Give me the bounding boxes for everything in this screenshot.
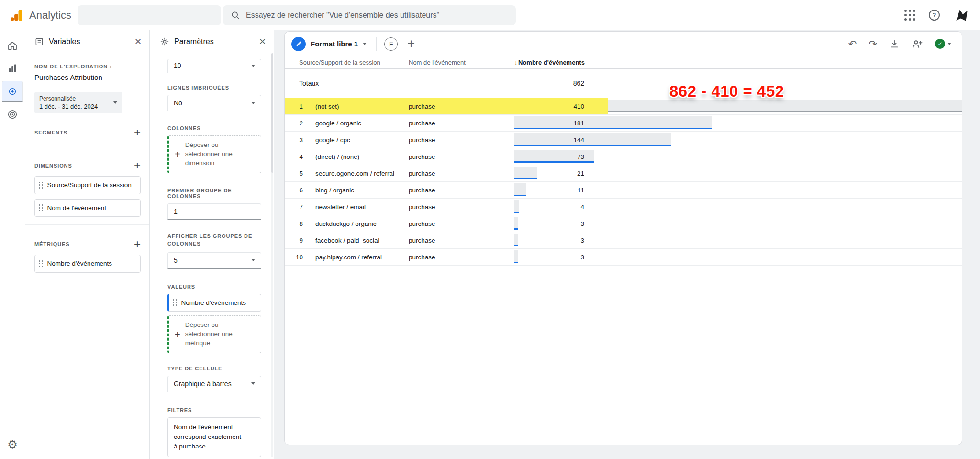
row-value-cell[interactable]: 3 bbox=[514, 249, 962, 265]
column-header-event[interactable]: Nom de l'événement bbox=[409, 59, 514, 66]
table-row[interactable]: 9 facebook / paid_social purchase 3 bbox=[285, 232, 962, 249]
table-row[interactable]: 5 secure.ogone.com / referral purchase 2… bbox=[285, 165, 962, 182]
row-value: 4 bbox=[514, 199, 584, 215]
totals-row[interactable]: Totaux 862 bbox=[285, 69, 962, 98]
cell-type-select[interactable]: Graphique à barres bbox=[167, 376, 261, 392]
values-metric-chip[interactable]: Nombre d'événements bbox=[167, 294, 261, 312]
row-value-cell[interactable]: 21 bbox=[514, 165, 962, 181]
rows-shown-select[interactable]: 10 bbox=[167, 59, 261, 73]
analytics-logo[interactable]: Analytics bbox=[9, 9, 75, 22]
redo-icon[interactable]: ↷ bbox=[869, 39, 877, 49]
filter-summary-text: Nom de l'événement correspond exactement… bbox=[174, 424, 241, 450]
table-row[interactable]: 3 google / cpc purchase 144 bbox=[285, 132, 962, 148]
row-source[interactable]: duckduckgo / organic bbox=[315, 220, 409, 227]
row-value-cell[interactable]: 181 bbox=[514, 115, 962, 131]
row-value-cell[interactable]: 11 bbox=[514, 182, 962, 198]
row-source[interactable]: newsletter / email bbox=[315, 203, 409, 211]
row-event[interactable]: purchase bbox=[409, 254, 514, 261]
row-event[interactable]: purchase bbox=[409, 170, 514, 177]
chevron-down-icon bbox=[251, 259, 255, 261]
row-source[interactable]: google / organic bbox=[315, 120, 409, 127]
table-row[interactable]: 8 duckduckgo / organic purchase 3 bbox=[285, 215, 962, 232]
variables-close-icon[interactable]: ✕ bbox=[134, 37, 142, 46]
tab-chevron-down-icon[interactable] bbox=[363, 43, 367, 45]
row-source[interactable]: (not set) bbox=[315, 103, 409, 110]
add-segment-button[interactable]: + bbox=[134, 127, 141, 138]
filter-summary[interactable]: Nom de l'événement correspond exactement… bbox=[167, 417, 261, 457]
row-event[interactable]: purchase bbox=[409, 120, 514, 127]
row-value: 3 bbox=[514, 249, 584, 265]
row-event[interactable]: purchase bbox=[409, 203, 514, 211]
table-row[interactable]: 6 bing / organic purchase 11 bbox=[285, 182, 962, 199]
column-header-source[interactable]: Source/Support de la session bbox=[299, 59, 409, 66]
profile-avatar[interactable] bbox=[953, 7, 970, 23]
table-body: 1 (not set) purchase 410 2 google / orga… bbox=[285, 98, 962, 266]
row-value: 3 bbox=[514, 232, 584, 248]
row-event[interactable]: purchase bbox=[409, 237, 514, 244]
row-value-cell[interactable]: 3 bbox=[514, 215, 962, 232]
add-dimension-button[interactable]: + bbox=[134, 160, 141, 171]
nested-rows-select[interactable]: No bbox=[167, 95, 261, 111]
settings-close-icon[interactable]: ✕ bbox=[259, 37, 266, 46]
row-value-cell[interactable]: 4 bbox=[514, 199, 962, 215]
row-value-cell[interactable]: 73 bbox=[514, 148, 962, 165]
property-selector[interactable] bbox=[78, 5, 221, 25]
download-icon[interactable] bbox=[889, 39, 900, 49]
row-value-cell[interactable]: 144 bbox=[514, 132, 962, 148]
row-value-cell[interactable]: 3 bbox=[514, 232, 962, 248]
date-range-selector[interactable]: Personnalisée 1 déc. - 31 déc. 2024 bbox=[34, 92, 122, 113]
exploration-name-value[interactable]: Purchases Attribution bbox=[34, 73, 141, 81]
metric-drop-zone[interactable]: + Déposer ou sélectionner une métrique bbox=[167, 315, 261, 353]
row-source[interactable]: google / cpc bbox=[315, 136, 409, 144]
ga-explorations-app: Analytics ? bbox=[0, 0, 980, 459]
nav-explore-button[interactable] bbox=[2, 81, 23, 102]
table-row[interactable]: 10 pay.hipay.com / referral purchase 3 bbox=[285, 249, 962, 266]
dimension-chip[interactable]: Nom de l'événement bbox=[34, 199, 141, 217]
row-source[interactable]: secure.ogone.com / referral bbox=[315, 170, 409, 177]
search-bar[interactable] bbox=[223, 5, 516, 25]
tab-badge[interactable]: F bbox=[384, 37, 398, 51]
variables-panel-body: NOM DE L'EXPLORATION : Purchases Attribu… bbox=[25, 53, 149, 273]
first-column-group-input[interactable]: 1 bbox=[167, 203, 261, 220]
nav-advertising-button[interactable] bbox=[2, 104, 23, 125]
table-row[interactable]: 1 (not set) purchase 410 bbox=[285, 98, 962, 115]
add-metric-button[interactable]: + bbox=[134, 238, 141, 250]
search-input[interactable] bbox=[246, 11, 508, 20]
metric-chip[interactable]: Nombre d'événements bbox=[34, 255, 141, 273]
row-value: 181 bbox=[514, 115, 584, 131]
apps-grid-icon[interactable] bbox=[904, 10, 915, 21]
row-event[interactable]: purchase bbox=[409, 136, 514, 144]
dimension-chip-label: Nom de l'événement bbox=[47, 204, 106, 213]
table-row[interactable]: 2 google / organic purchase 181 bbox=[285, 115, 962, 132]
column-header-value[interactable]: ↓ Nombre d'événements bbox=[514, 59, 585, 66]
tab-format-libre-1[interactable]: Format libre 1 bbox=[289, 37, 369, 51]
row-event[interactable]: purchase bbox=[409, 153, 514, 160]
undo-icon[interactable]: ↶ bbox=[848, 39, 857, 49]
row-source[interactable]: bing / organic bbox=[315, 187, 409, 194]
table-row[interactable]: 7 newsletter / email purchase 4 bbox=[285, 199, 962, 215]
row-source[interactable]: pay.hipay.com / referral bbox=[315, 254, 409, 261]
row-rank: 4 bbox=[292, 153, 303, 160]
row-value-cell[interactable]: 410 bbox=[514, 98, 962, 114]
row-event[interactable]: purchase bbox=[409, 103, 514, 110]
table-row[interactable]: 4 (direct) / (none) purchase 73 bbox=[285, 148, 962, 165]
first-column-group-value: 1 bbox=[174, 208, 178, 215]
share-user-icon[interactable] bbox=[912, 39, 923, 49]
settings-scrollbar-thumb[interactable] bbox=[271, 53, 273, 173]
columns-drop-zone[interactable]: + Déposer ou sélectionner une dimension bbox=[167, 135, 261, 173]
add-tab-button[interactable]: + bbox=[407, 37, 415, 50]
settings-gear-icon[interactable]: ⚙ bbox=[7, 438, 18, 451]
status-ok-button[interactable]: ✓ bbox=[935, 39, 951, 49]
row-source[interactable]: facebook / paid_social bbox=[315, 237, 409, 244]
show-column-groups-select[interactable]: 5 bbox=[167, 252, 261, 269]
dimension-chip[interactable]: Source/Support de la session bbox=[34, 176, 141, 194]
row-event[interactable]: purchase bbox=[409, 220, 514, 227]
row-source[interactable]: (direct) / (none) bbox=[315, 153, 409, 160]
help-icon[interactable]: ? bbox=[929, 10, 940, 21]
nav-reports-button[interactable] bbox=[2, 58, 23, 79]
row-event[interactable]: purchase bbox=[409, 187, 514, 194]
date-range-type: Personnalisée bbox=[39, 95, 113, 102]
row-value: 144 bbox=[514, 132, 584, 148]
nav-home-button[interactable] bbox=[2, 35, 23, 56]
cell-type-label: TYPE DE CELLULE bbox=[167, 366, 261, 371]
